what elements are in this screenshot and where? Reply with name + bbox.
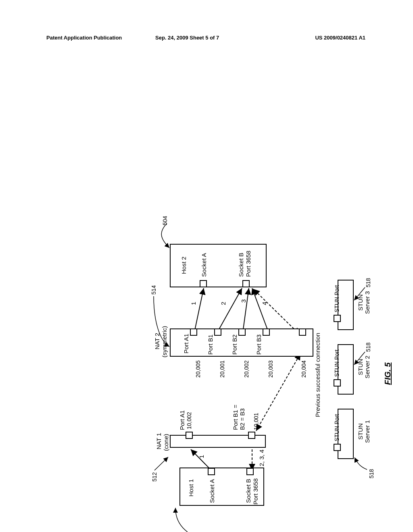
- nat1-port-a1: Port A1: [179, 410, 186, 430]
- prev-conn-label: Previous successful connection: [314, 333, 321, 417]
- nat2-a3: 3: [240, 299, 247, 303]
- stun1-box: [338, 409, 354, 459]
- stun1-port-box: [334, 444, 341, 451]
- stun3-port-box: [334, 315, 341, 322]
- nat2-a4: 4: [261, 302, 268, 305]
- nat1-title1: NAT 1: [155, 433, 162, 449]
- svg-line-5: [243, 288, 249, 329]
- stun3-box: [338, 280, 354, 330]
- nat2-port-b3: Port B3: [255, 335, 262, 355]
- host2-socket-b-port: [242, 280, 250, 287]
- stun3-ref: 518: [365, 278, 371, 287]
- stun3-label: STUN Server 3: [357, 291, 371, 314]
- host2-socket-a: Socket A: [200, 253, 207, 277]
- nat2-a2: 2: [220, 302, 227, 305]
- nat1-arrow1: 1: [198, 455, 205, 458]
- nat1-port-a1-box: [186, 432, 193, 439]
- stun2-label: STUN Server 2: [357, 355, 371, 378]
- stun2-port-box: [334, 379, 341, 387]
- nat2-port-a1-num: 20,005: [195, 360, 201, 378]
- nat2-port-a1-box: [190, 328, 197, 336]
- stun2-port: STUN Port: [334, 349, 340, 377]
- host1-socket-b2: Port 3658: [252, 478, 259, 505]
- nat1-ref: 512: [151, 472, 158, 482]
- header-right: US 2009/0240821 A1: [315, 35, 365, 41]
- header-left: Patent Application Publication: [46, 35, 122, 41]
- stun1-port: STUN Port: [334, 414, 340, 441]
- nat1-title2: (cone): [163, 434, 169, 451]
- host2-socket-a-port: [200, 280, 207, 287]
- nat2-port-b2: Port B2: [231, 335, 238, 355]
- stun1-ref: 518: [368, 469, 375, 478]
- nat2-port-b2-box: [238, 328, 246, 336]
- host2-title: Host 2: [180, 257, 187, 274]
- nat2-title2: (symmetric): [161, 326, 168, 357]
- stun1-label: STUN Server 1: [357, 420, 371, 443]
- figure-5: Host 1 502 Socket A Socket B Port 3658 N…: [147, 216, 413, 532]
- svg-line-7: [253, 289, 300, 335]
- stun2-ref: 518: [365, 343, 371, 352]
- svg-line-2: [256, 353, 300, 431]
- nat2-port-b2-num: 20,002: [243, 360, 250, 378]
- nat2-port-b1-num: 20,001: [219, 360, 225, 378]
- nat2-a1: 1: [190, 302, 197, 305]
- nat1-port-b: Port B1 = B2 = B3: [232, 405, 246, 430]
- svg-line-3: [195, 288, 204, 330]
- nat2-port-b3-box: [263, 328, 270, 336]
- host1-socket-a: Socket A: [209, 479, 215, 503]
- nat2-ref: 514: [150, 285, 157, 295]
- nat1-port-b-num: 10,001: [253, 413, 259, 430]
- nat2-pred-box: [299, 328, 306, 336]
- stun2-box: [338, 344, 354, 395]
- host2-ref: 504: [162, 216, 168, 225]
- host1-socket-b1: Socket B: [245, 479, 252, 503]
- nat2-pred-num: 20,004: [300, 360, 307, 378]
- host2-socket-b2: Port 3658: [245, 251, 252, 277]
- nat1-port-b-box: [248, 432, 255, 439]
- nat1-arrow234: 2, 3, 4: [258, 449, 265, 466]
- nat1-port-a1-num: 10,002: [186, 412, 192, 429]
- host1-socket-a-port: [208, 468, 215, 475]
- nat2-title1: NAT 2: [154, 333, 161, 349]
- svg-line-4: [219, 288, 242, 329]
- header-center: Sep. 24, 2009 Sheet 5 of 7: [155, 35, 219, 41]
- nat2-port-b1: Port B1: [207, 335, 214, 355]
- svg-line-6: [252, 288, 267, 329]
- host2-socket-b1: Socket B: [238, 253, 244, 277]
- nat2-port-b1-box: [214, 328, 221, 336]
- figure-label: FIG. 5: [383, 362, 392, 385]
- host1-title: Host 1: [188, 479, 194, 497]
- stun3-port: STUN Port: [334, 285, 340, 312]
- nat2-port-a1: Port A1: [183, 334, 190, 353]
- nat2-port-b3-num: 20,003: [267, 360, 274, 378]
- host1-socket-b-port: [246, 468, 254, 475]
